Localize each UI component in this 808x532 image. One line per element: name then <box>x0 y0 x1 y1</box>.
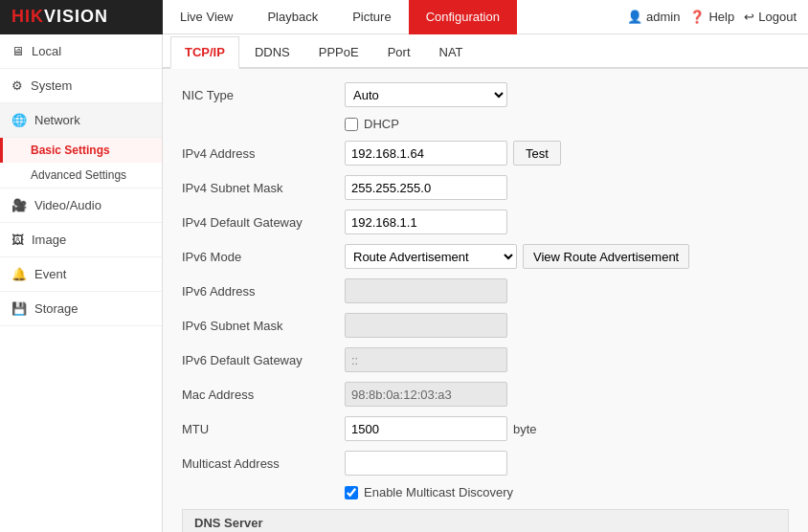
main-content: TCP/IP DDNS PPPoE Port NAT NIC Type Auto… <box>163 34 808 532</box>
ipv4-address-input[interactable] <box>345 141 507 166</box>
mac-address-label: Mac Address <box>182 388 345 402</box>
logout-icon: ↩ <box>744 10 754 24</box>
nav-playback[interactable]: Playback <box>250 0 335 34</box>
dhcp-label: DHCP <box>364 117 399 131</box>
help-btn[interactable]: ❓ Help <box>689 10 734 24</box>
ipv6-gateway-row: IPv6 Default Gateway <box>182 347 789 372</box>
sidebar-sub-basic-settings[interactable]: Basic Settings <box>0 138 162 163</box>
sidebar-item-event[interactable]: 🔔 Event <box>0 257 162 292</box>
tabs-bar: TCP/IP DDNS PPPoE Port NAT <box>163 34 808 69</box>
enable-multicast-row: Enable Multicast Discovery <box>182 485 789 499</box>
sidebar-item-label: System <box>31 78 72 93</box>
ipv4-gateway-input[interactable] <box>345 210 507 234</box>
multicast-input[interactable] <box>345 451 507 476</box>
view-route-button[interactable]: View Route Advertisement <box>523 244 689 269</box>
storage-icon: 💾 <box>11 301 27 316</box>
sidebar-item-network[interactable]: 🌐 Network <box>0 103 162 138</box>
sidebar-sub-advanced-settings[interactable]: Advanced Settings <box>0 163 162 188</box>
ipv6-gateway-input[interactable] <box>345 347 507 372</box>
nav-right: 👤 admin ❓ Help ↩ Logout <box>627 10 808 24</box>
event-icon: 🔔 <box>11 267 27 281</box>
mtu-label: MTU <box>182 422 345 436</box>
dhcp-row: DHCP <box>182 117 789 131</box>
ipv6-mode-select[interactable]: Route Advertisement <box>345 244 517 269</box>
logout-label: Logout <box>758 10 797 24</box>
sidebar-item-label: Storage <box>34 301 79 316</box>
nav-links: Live View Playback Picture Configuration <box>163 0 627 34</box>
sidebar-item-label: Local <box>32 44 61 58</box>
image-icon: 🖼 <box>11 233 24 247</box>
video-audio-icon: 🎥 <box>11 198 27 212</box>
top-nav: HIKVISION Live View Playback Picture Con… <box>0 0 808 34</box>
ipv4-gateway-label: IPv4 Default Gateway <box>182 215 345 230</box>
admin-label: admin <box>646 10 680 24</box>
tab-tcpip[interactable]: TCP/IP <box>170 36 239 69</box>
enable-multicast-checkbox[interactable] <box>345 486 358 499</box>
advanced-settings-label: Advanced Settings <box>31 168 126 182</box>
logout-btn[interactable]: ↩ Logout <box>744 10 797 24</box>
ipv4-address-row: IPv4 Address Test <box>182 141 789 166</box>
sidebar-item-storage[interactable]: 💾 Storage <box>0 292 162 326</box>
ipv4-address-label: IPv4 Address <box>182 146 345 161</box>
form-area: NIC Type Auto DHCP IPv4 Address Test IPv… <box>163 69 808 532</box>
ipv6-subnet-row: IPv6 Subnet Mask <box>182 313 789 338</box>
admin-user[interactable]: 👤 admin <box>627 10 680 24</box>
dhcp-checkbox[interactable] <box>345 118 358 131</box>
help-label: Help <box>708 10 734 24</box>
sidebar: 🖥 Local ⚙ System 🌐 Network Basic Setting… <box>0 34 163 532</box>
nic-type-select[interactable]: Auto <box>345 82 507 107</box>
tab-port[interactable]: Port <box>374 37 424 67</box>
nic-type-row: NIC Type Auto <box>182 82 789 107</box>
nav-configuration[interactable]: Configuration <box>409 0 517 34</box>
sidebar-item-system[interactable]: ⚙ System <box>0 69 162 103</box>
ipv6-gateway-label: IPv6 Default Gateway <box>182 353 345 367</box>
ipv6-mode-label: IPv6 Mode <box>182 250 345 264</box>
sidebar-item-label: Network <box>34 113 80 127</box>
ipv6-address-row: IPv6 Address <box>182 278 789 303</box>
dns-section-header: DNS Server <box>182 509 789 532</box>
tab-pppoe[interactable]: PPPoE <box>305 37 372 67</box>
logo-suffix: VISION <box>44 7 108 27</box>
main-layout: 🖥 Local ⚙ System 🌐 Network Basic Setting… <box>0 34 808 532</box>
ipv6-subnet-input[interactable] <box>345 313 507 338</box>
help-icon: ❓ <box>689 10 705 24</box>
sidebar-item-local[interactable]: 🖥 Local <box>0 34 162 69</box>
mac-address-input <box>345 382 507 407</box>
multicast-row: Multicast Address <box>182 451 789 476</box>
sidebar-item-label: Video/Audio <box>34 198 101 212</box>
logo: HIK <box>11 7 44 27</box>
mtu-unit: byte <box>513 422 537 436</box>
user-icon: 👤 <box>627 10 642 24</box>
ipv6-address-input[interactable] <box>345 278 507 303</box>
dns-section-label: DNS Server <box>194 516 263 530</box>
sidebar-item-video-audio[interactable]: 🎥 Video/Audio <box>0 188 162 223</box>
ipv6-address-label: IPv6 Address <box>182 284 345 299</box>
test-button[interactable]: Test <box>513 141 561 166</box>
basic-settings-label: Basic Settings <box>31 144 110 157</box>
ipv4-subnet-row: IPv4 Subnet Mask <box>182 175 789 200</box>
multicast-label: Multicast Address <box>182 456 345 471</box>
ipv6-mode-row: IPv6 Mode Route Advertisement View Route… <box>182 244 789 269</box>
ipv6-subnet-label: IPv6 Subnet Mask <box>182 319 345 333</box>
tab-ddns[interactable]: DDNS <box>241 37 303 67</box>
nic-type-label: NIC Type <box>182 88 345 102</box>
mtu-input[interactable] <box>345 416 507 441</box>
sidebar-item-label: Event <box>34 267 66 281</box>
logo-area: HIKVISION <box>0 0 163 34</box>
nav-live-view[interactable]: Live View <box>163 0 250 34</box>
ipv4-gateway-row: IPv4 Default Gateway <box>182 210 789 234</box>
nav-picture[interactable]: Picture <box>335 0 408 34</box>
system-icon: ⚙ <box>11 78 23 93</box>
ipv4-subnet-input[interactable] <box>345 175 507 200</box>
sidebar-item-label: Image <box>32 233 66 247</box>
ipv4-subnet-label: IPv4 Subnet Mask <box>182 181 345 195</box>
enable-multicast-label: Enable Multicast Discovery <box>364 485 513 499</box>
mtu-row: MTU byte <box>182 416 789 441</box>
network-icon: 🌐 <box>11 113 27 127</box>
tab-nat[interactable]: NAT <box>426 37 477 67</box>
sidebar-item-image[interactable]: 🖼 Image <box>0 223 162 257</box>
mac-address-row: Mac Address <box>182 382 789 407</box>
local-icon: 🖥 <box>11 44 24 58</box>
